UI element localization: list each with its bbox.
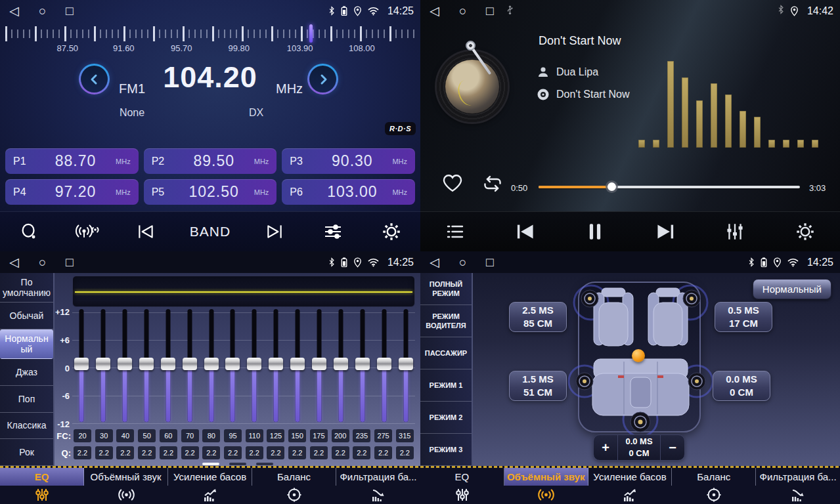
nav-home-icon[interactable]: ○ [39,0,46,22]
eq-preset-item[interactable]: По умолчанию [0,273,53,303]
sound-profile-button[interactable]: Нормальный [753,279,831,299]
next-track-button[interactable] [651,217,680,246]
page-dash-active[interactable] [202,463,219,465]
eq-preset-item[interactable]: Рок [0,439,53,466]
repeat-button[interactable] [481,174,504,194]
q-value[interactable]: 2.2 [246,446,263,459]
surround-mode-item[interactable]: РЕЖИМ 3 [420,434,472,466]
seek-up-button[interactable] [307,64,338,94]
eq-band-slider[interactable] [117,309,133,427]
broadcast-button[interactable] [73,217,102,246]
radio-preset-button[interactable]: P6103.00MHz [282,179,415,205]
fc-value[interactable]: 110 [246,429,263,442]
fc-value[interactable]: 50 [138,429,156,442]
eq-band-slider[interactable] [290,309,305,427]
tab-surround[interactable]: Объёмный звук [84,468,168,504]
tab-filter[interactable]: Фильтрация ба... [336,468,420,504]
fc-value[interactable]: 235 [353,429,370,442]
tab-filter[interactable]: Фильтрация ба... [756,468,840,504]
nav-back-icon[interactable]: ◁ [430,0,439,22]
nav-home-icon[interactable]: ○ [459,0,466,22]
eq-preset-item[interactable]: Джаз [0,359,53,386]
fc-value[interactable]: 125 [267,429,284,442]
slider-handle[interactable] [355,358,370,370]
surround-mode-item[interactable]: ПАССАЖИР [420,337,472,369]
eq-preset-item[interactable]: Обычай [0,303,53,329]
playlist-button[interactable] [441,217,470,246]
eq-band-slider[interactable] [182,309,198,427]
radio-preset-button[interactable]: P289.50MHz [144,148,277,174]
fc-value[interactable]: 80 [202,429,220,442]
fc-value[interactable]: 175 [310,429,328,442]
eq-band-slider[interactable] [204,309,219,427]
tune-settings-button[interactable] [319,217,347,246]
radio-preset-button[interactable]: P188.70MHz [5,148,139,174]
nav-recents-icon[interactable]: □ [486,251,493,273]
fc-value[interactable]: 95 [224,429,242,442]
listening-position-ball[interactable] [632,349,645,362]
fc-value[interactable]: 30 [95,429,113,442]
front-left-delay-button[interactable]: 2.5 MS 85 CM [509,302,567,332]
nav-back-icon[interactable]: ◁ [9,251,19,273]
surround-mode-item[interactable]: РЕЖИМ ВОДИТЕЛЯ [420,305,472,337]
fc-value[interactable]: 150 [288,429,306,442]
increase-delay-button[interactable]: + [594,435,617,460]
q-value[interactable]: 2.2 [310,446,328,459]
tab-eq-sliders[interactable]: EQ [0,468,84,504]
nav-home-icon[interactable]: ○ [459,251,466,273]
eq-band-slider[interactable] [225,309,240,427]
tab-balance[interactable]: Баланс [252,468,336,504]
decrease-delay-button[interactable]: − [661,435,684,460]
eq-band-slider[interactable] [376,309,392,427]
slider-handle[interactable] [96,358,110,370]
eq-band-slider[interactable] [311,309,327,427]
q-value[interactable]: 2.2 [374,446,392,459]
fc-value[interactable]: 40 [116,429,134,442]
progress-thumb[interactable] [608,182,616,191]
page-dash[interactable] [229,463,246,465]
q-value[interactable]: 2.2 [116,446,134,459]
slider-handle[interactable] [399,358,413,370]
eq-band-slider[interactable] [398,309,414,427]
q-value[interactable]: 2.2 [396,446,414,459]
fc-value[interactable]: 200 [332,429,349,442]
surround-mode-item[interactable]: РЕЖИМ 1 [420,369,472,402]
q-value[interactable]: 2.2 [267,446,284,459]
progress-bar[interactable] [539,186,800,188]
rear-right-delay-button[interactable]: 0.0 MS 0 CM [713,371,770,401]
eq-band-slider[interactable] [95,309,111,427]
q-value[interactable]: 2.2 [288,446,306,459]
nav-back-icon[interactable]: ◁ [430,251,439,273]
eq-preset-item[interactable]: Поп [0,386,53,413]
slider-handle[interactable] [334,358,348,370]
eq-band-slider[interactable] [268,309,284,427]
favorite-button[interactable] [441,173,464,194]
prev-station-button[interactable] [131,217,160,246]
nav-recents-icon[interactable]: □ [486,0,493,22]
q-value[interactable]: 2.2 [202,446,220,459]
eq-band-slider[interactable] [74,309,89,427]
radio-preset-button[interactable]: P497.20MHz [5,179,139,205]
next-station-button[interactable] [260,217,289,246]
eq-band-slider[interactable] [246,309,262,427]
surround-mode-item[interactable]: ПОЛНЫЙ РЕЖИМ [420,273,472,305]
rear-left-delay-button[interactable]: 1.5 MS 51 CM [509,371,567,401]
q-value[interactable]: 2.2 [74,446,91,459]
q-value[interactable]: 2.2 [160,446,177,459]
q-value[interactable]: 2.2 [224,446,242,459]
radio-settings-button[interactable] [377,217,406,246]
q-value[interactable]: 2.2 [95,446,113,459]
page-dash[interactable] [256,463,273,465]
frequency-dial[interactable] [5,24,415,43]
nav-recents-icon[interactable]: □ [66,251,73,273]
q-value[interactable]: 2.2 [332,446,349,459]
slider-handle[interactable] [247,358,261,370]
tab-eq-sliders[interactable]: EQ [420,468,504,504]
fc-value[interactable]: 70 [181,429,199,442]
nav-recents-icon[interactable]: □ [66,0,73,22]
eq-band-slider[interactable] [160,309,176,427]
tab-balance[interactable]: Баланс [672,468,756,504]
slider-handle[interactable] [74,358,89,370]
front-right-delay-button[interactable]: 0.5 MS 17 CM [715,302,772,332]
slider-handle[interactable] [225,358,240,370]
